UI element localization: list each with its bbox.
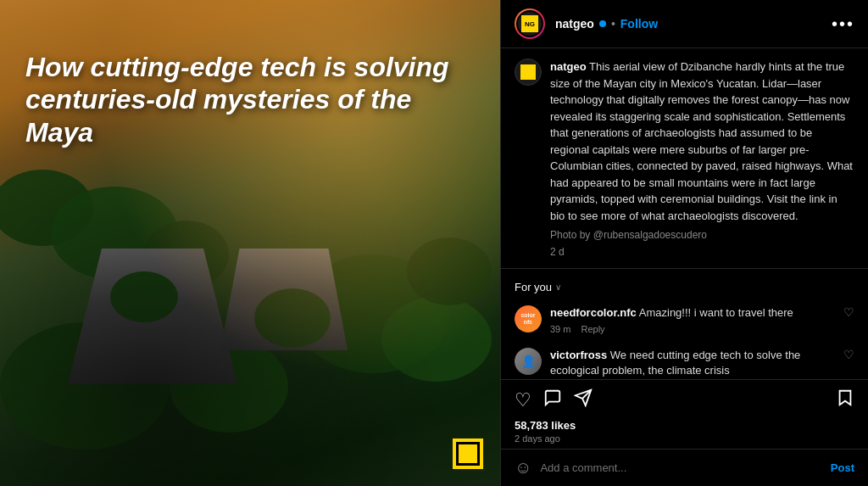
comment-time-1: 39 m xyxy=(550,324,570,334)
comment-avatar-1: colornfc xyxy=(515,305,542,332)
comment-icon[interactable] xyxy=(543,388,562,412)
svg-marker-2 xyxy=(840,391,851,405)
post-time-ago: 2 days ago xyxy=(515,433,854,444)
caption-area: natgeo This aerial view of Dzibanche har… xyxy=(501,48,868,269)
caption-username[interactable]: natgeo xyxy=(550,60,587,73)
like-comment-1-icon[interactable]: ♡ xyxy=(843,305,854,319)
share-icon[interactable] xyxy=(574,388,593,412)
comment-avatar-2: 👤 xyxy=(515,348,542,375)
like-comment-2-icon[interactable]: ♡ xyxy=(843,348,854,361)
comment-username-1[interactable]: needforcolor.nfc xyxy=(550,306,637,319)
chevron-down-icon: ∨ xyxy=(555,282,561,292)
add-comment-bar: ☺ Post xyxy=(501,449,868,486)
comment-body-1: needforcolor.nfc Amazing!!! i want to tr… xyxy=(550,305,835,334)
post-panel: NG natgeo • Follow ••• natgeo This aeria… xyxy=(500,0,868,486)
natgeo-watermark xyxy=(453,439,483,469)
header-username[interactable]: natgeo xyxy=(555,17,594,31)
for-you-text: For you xyxy=(515,281,552,293)
emoji-button[interactable]: ☺ xyxy=(515,458,531,478)
comments-section: For you ∨ colornfc needforcolor.nfc Amaz… xyxy=(501,269,868,379)
caption-time: 2 d xyxy=(550,246,854,258)
comment-username-2[interactable]: victorfross xyxy=(550,349,607,361)
separator: • xyxy=(611,17,615,31)
list-item: 👤 victorfross We need cutting edge tech … xyxy=(501,341,868,379)
like-icon[interactable]: ♡ xyxy=(515,389,531,411)
comment-text-1: needforcolor.nfc Amazing!!! i want to tr… xyxy=(550,305,835,321)
list-item: colornfc needforcolor.nfc Amazing!!! i w… xyxy=(501,299,868,341)
caption-natgeo-logo xyxy=(520,64,536,80)
post-image: How cutting-edge tech is solving centuri… xyxy=(0,0,500,486)
reply-button-1[interactable]: Reply xyxy=(581,324,604,334)
post-comment-button[interactable]: Post xyxy=(831,461,854,474)
likes-count: 58,783 likes xyxy=(515,419,854,432)
bookmark-icon[interactable] xyxy=(836,388,854,412)
header-info: natgeo • Follow xyxy=(555,17,832,31)
actions-bar: ♡ 58,783 likes 2 days ago xyxy=(501,379,868,449)
caption-avatar xyxy=(515,59,542,86)
caption-body: This aerial view of Dzibanche hardly hin… xyxy=(550,60,853,222)
comment-body-2: victorfross We need cutting edge tech to… xyxy=(550,348,835,378)
victor-avatar: 👤 xyxy=(515,348,542,375)
caption-meta: Photo by @rubensalgadoescudero xyxy=(550,229,854,241)
comment-text-2: victorfross We need cutting edge tech to… xyxy=(550,348,835,378)
for-you-label[interactable]: For you ∨ xyxy=(501,276,868,299)
action-icons: ♡ xyxy=(515,388,854,412)
image-title: How cutting-edge tech is solving centuri… xyxy=(25,51,475,148)
verified-badge xyxy=(599,20,606,27)
profile-avatar: NG xyxy=(515,8,545,39)
comment-meta-1: 39 m Reply xyxy=(550,324,835,334)
nfc-logo: colornfc xyxy=(515,305,542,332)
caption-time-ago: 2 d xyxy=(550,246,565,258)
photo-credit: Photo by @rubensalgadoescudero xyxy=(550,229,707,241)
caption-text: natgeo This aerial view of Dzibanche har… xyxy=(550,59,854,224)
natgeo-logo: NG xyxy=(521,15,538,32)
post-header: NG natgeo • Follow ••• xyxy=(501,0,868,48)
follow-button[interactable]: Follow xyxy=(620,17,658,31)
avatar-container: NG xyxy=(515,8,545,39)
more-options-button[interactable]: ••• xyxy=(832,14,854,34)
comment-input[interactable] xyxy=(540,461,821,474)
